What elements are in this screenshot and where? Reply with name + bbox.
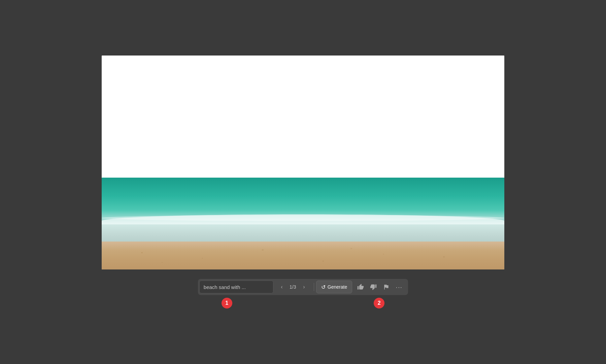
toolbar-divider (314, 283, 314, 291)
ocean-area (102, 178, 504, 225)
more-button[interactable]: ··· (393, 281, 405, 293)
sand-area (102, 242, 504, 269)
flag-icon (383, 284, 390, 290)
thumbup-button[interactable] (355, 281, 366, 293)
page-counter: 1/3 (288, 284, 298, 290)
toolbar-area: beach sand with ... ‹ 1/3 › ↺ Generate (198, 279, 408, 308)
action-section: ··· (353, 281, 407, 293)
image-frame (102, 56, 504, 269)
wave-line (102, 214, 504, 224)
prompt-text: beach sand with ... (204, 284, 246, 290)
flag-button[interactable] (380, 281, 392, 293)
more-icon: ··· (396, 283, 402, 291)
toolbar: beach sand with ... ‹ 1/3 › ↺ Generate (198, 279, 408, 295)
generate-button[interactable]: ↺ Generate (316, 281, 352, 293)
badge-1: 1 (222, 298, 232, 308)
thumbup-icon (357, 284, 364, 290)
prev-button[interactable]: ‹ (277, 282, 287, 292)
generate-label: Generate (328, 284, 347, 290)
prompt-section[interactable]: beach sand with ... (199, 281, 273, 293)
nav-section: ‹ 1/3 › (274, 282, 312, 292)
thumbdown-button[interactable] (368, 281, 379, 293)
generate-icon: ↺ (321, 284, 326, 290)
main-container: beach sand with ... ‹ 1/3 › ↺ Generate (0, 0, 606, 364)
sand-texture (102, 242, 504, 269)
sky-area (102, 56, 504, 178)
next-button[interactable]: › (299, 282, 309, 292)
thumbdown-icon (370, 284, 377, 290)
shoreline (102, 224, 504, 242)
badge-2: 2 (374, 298, 384, 308)
badges-row: 1 2 (198, 298, 408, 308)
